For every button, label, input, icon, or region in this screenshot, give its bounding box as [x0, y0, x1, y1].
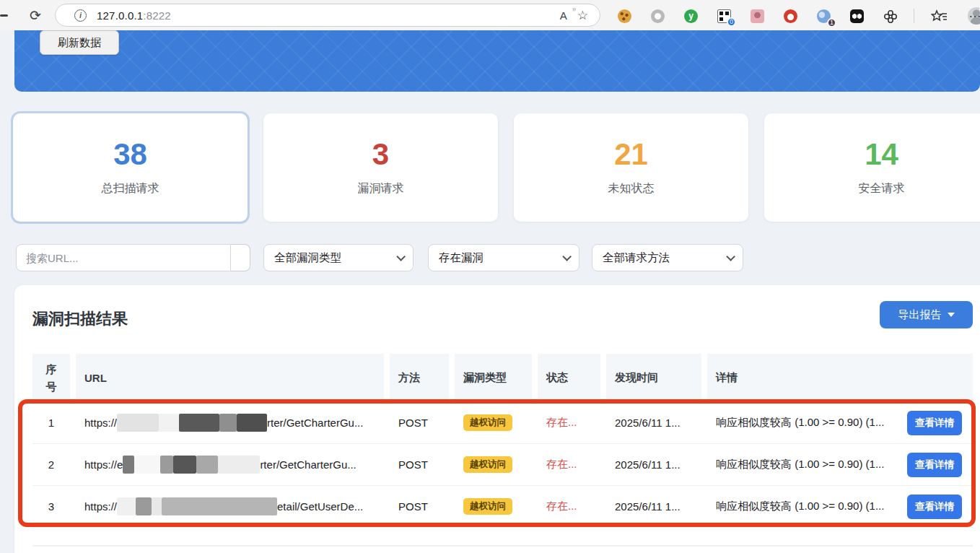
extensions-menu-icon[interactable]: [883, 9, 897, 23]
qr-extension-badge: 0: [727, 17, 736, 27]
row-index: 3: [32, 486, 70, 527]
vuln-type-badge: 越权访问: [463, 414, 512, 431]
stat-card-unknown[interactable]: 21 未知状态: [514, 113, 748, 222]
table-header-row: 序号 URL 方法 漏洞类型 状态 发现时间 详情: [32, 354, 973, 402]
url-prefix: https://e: [84, 458, 123, 471]
stat-label-vulnerable: 漏洞请求: [358, 181, 404, 196]
browser-toolbar: ⟳ i 127.0.0.1 :8222 A ☆ y 0 1: [0, 0, 980, 30]
favorites-bar-icon[interactable]: [931, 9, 948, 23]
row-status: 存在...: [538, 444, 600, 485]
stat-value-total: 38: [113, 139, 147, 170]
toolbar-divider: [914, 9, 914, 23]
vuln-type-badge: 越权访问: [463, 456, 512, 473]
chevron-down-icon: [562, 252, 572, 261]
vuln-type-select[interactable]: 全部漏洞类型: [263, 244, 414, 271]
redacted-url-segment: [117, 497, 277, 516]
url-prefix: https://: [84, 500, 117, 513]
table-row: 1 https://rter/GetCharterGu... POST 越权访问…: [32, 402, 973, 444]
results-table: 序号 URL 方法 漏洞类型 状态 发现时间 详情 1 https://rter…: [32, 354, 973, 528]
ring-extension-icon[interactable]: [651, 9, 665, 23]
pink-extension-icon[interactable]: [751, 9, 764, 23]
filter-bar: 全部漏洞类型 存在漏洞 全部请求方法: [16, 244, 743, 271]
url-suffix: etail/GetUserDe...: [277, 500, 363, 513]
redacted-url-segment: [117, 414, 267, 432]
stat-label-safe: 安全请求: [859, 181, 905, 196]
row-method: POST: [390, 444, 449, 485]
site-info-icon[interactable]: i: [74, 9, 87, 22]
col-header-index: 序号: [32, 354, 70, 402]
export-report-button[interactable]: 导出报告: [880, 301, 973, 328]
row-url: https://erter/GetCharterGu...: [76, 444, 384, 485]
row-time: 2025/6/11 1...: [606, 486, 701, 527]
refresh-data-button[interactable]: 刷新数据: [40, 30, 119, 55]
stat-label-total: 总扫描请求: [102, 181, 159, 196]
export-report-label: 导出报告: [898, 308, 942, 322]
col-header-url: URL: [76, 354, 384, 402]
stat-value-vulnerable: 3: [372, 139, 389, 170]
browser-refresh-icon[interactable]: ⟳: [26, 6, 45, 25]
green-extension-icon[interactable]: y: [684, 9, 698, 23]
results-title: 漏洞扫描结果: [32, 308, 128, 330]
row-detail-text: 响应相似度较高 (1.00 >= 0.90) (1...: [716, 500, 884, 513]
vuln-type-badge: 越权访问: [463, 498, 512, 515]
request-method-value: 全部请求方法: [603, 251, 670, 266]
row-index: 1: [32, 402, 70, 443]
table-footer-divider: [32, 545, 973, 547]
row-detail-text: 响应相似度较高 (1.00 >= 0.90) (1...: [716, 458, 884, 471]
url-host: 127.0.0.1: [97, 9, 143, 22]
extensions-row: y 0 1: [618, 7, 980, 25]
stat-label-unknown: 未知状态: [608, 181, 655, 196]
address-bar[interactable]: i 127.0.0.1 :8222 A ☆: [55, 4, 600, 27]
redacted-url-segment: [123, 456, 260, 474]
stat-card-vulnerable[interactable]: 3 漏洞请求: [263, 113, 498, 222]
stat-card-safe[interactable]: 14 安全请求: [764, 113, 980, 222]
view-details-button[interactable]: 查看详情: [907, 411, 962, 435]
row-status: 存在...: [538, 402, 600, 443]
chevron-down-icon: [396, 252, 406, 261]
search-addon-button[interactable]: [231, 244, 250, 271]
url-prefix: https://: [84, 417, 117, 429]
window-dash-icon: [0, 14, 8, 17]
vuln-type-value: 全部漏洞类型: [274, 251, 341, 266]
cookie-extension-icon[interactable]: [618, 9, 631, 23]
url-suffix: rter/GetCharterGu...: [260, 458, 356, 471]
qr-extension-icon[interactable]: 0: [717, 9, 731, 23]
row-time: 2025/6/11 1...: [606, 402, 701, 443]
read-aloud-icon[interactable]: A: [560, 9, 573, 22]
stat-card-total[interactable]: 38 总扫描请求: [13, 113, 248, 222]
view-details-button[interactable]: 查看详情: [907, 495, 962, 519]
url-port: :8222: [143, 9, 171, 22]
row-url: https://rter/GetCharterGu...: [76, 402, 384, 443]
row-url: https://etail/GetUserDe...: [76, 486, 384, 527]
url-suffix: rter/GetCharterGu...: [267, 417, 363, 429]
panda-extension-icon[interactable]: [850, 9, 864, 23]
stat-cards: 38 总扫描请求 3 漏洞请求 21 未知状态 14 安全请求: [13, 113, 980, 222]
request-method-select[interactable]: 全部请求方法: [592, 244, 743, 271]
results-panel: 漏洞扫描结果 导出报告 序号 URL 方法 漏洞类型 状态 发现时间 详情 1 …: [14, 285, 980, 553]
row-detail-text: 响应相似度较高 (1.00 >= 0.90) (1...: [716, 416, 884, 430]
translate-extension-icon[interactable]: 1: [817, 9, 831, 23]
table-row: 2 https://erter/GetCharterGu... POST 越权访…: [32, 444, 973, 486]
vuln-status-value: 存在漏洞: [439, 251, 484, 266]
col-header-vuln-type: 漏洞类型: [455, 354, 532, 402]
row-method: POST: [390, 486, 449, 527]
table-row: 3 https://etail/GetUserDe... POST 越权访问 存…: [32, 486, 973, 528]
caret-down-icon: [948, 313, 955, 317]
row-status: 存在...: [538, 486, 600, 527]
red-extension-icon[interactable]: [784, 9, 797, 23]
col-header-status: 状态: [538, 354, 600, 402]
translate-extension-badge: 1: [827, 18, 836, 27]
col-header-detail: 详情: [707, 354, 973, 402]
stat-value-unknown: 21: [614, 139, 648, 170]
search-url-input[interactable]: [16, 244, 231, 271]
row-index: 2: [32, 444, 70, 485]
chevron-down-icon: [726, 252, 735, 261]
bookmark-star-icon[interactable]: ☆: [577, 8, 588, 23]
vuln-status-select[interactable]: 存在漏洞: [428, 244, 579, 271]
browser-menu-icon[interactable]: …: [968, 6, 980, 21]
view-details-button[interactable]: 查看详情: [907, 453, 962, 477]
col-header-time: 发现时间: [606, 354, 701, 402]
col-header-method: 方法: [390, 354, 449, 402]
row-time: 2025/6/11 1...: [606, 444, 701, 485]
page-header-banner: 刷新数据: [14, 30, 980, 92]
